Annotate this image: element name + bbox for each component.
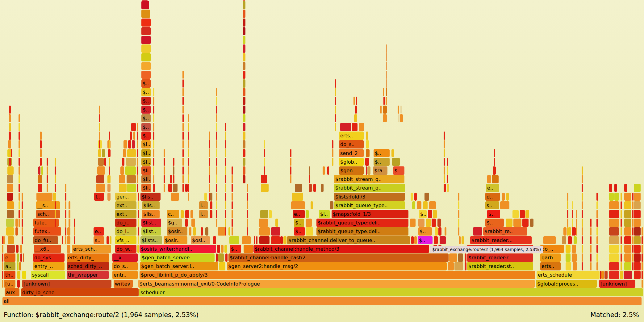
frame[interactable]: $.. bbox=[141, 123, 151, 131]
frame-sliver[interactable] bbox=[19, 158, 20, 166]
frame-sliver[interactable] bbox=[624, 227, 631, 236]
frame-sliver[interactable] bbox=[228, 227, 230, 236]
frame[interactable]: $l.. bbox=[319, 210, 330, 218]
frame-sliver[interactable] bbox=[9, 140, 11, 148]
frame-sliver[interactable] bbox=[582, 175, 583, 183]
frame-sliver[interactable] bbox=[153, 166, 154, 175]
frame-sliver[interactable] bbox=[574, 236, 577, 245]
frame[interactable]: $rabbit_stream_q.. bbox=[334, 175, 404, 183]
frame-sliver[interactable] bbox=[634, 236, 641, 245]
frame-sliver[interactable] bbox=[209, 175, 210, 183]
frame-sliver[interactable] bbox=[621, 210, 622, 218]
frame-sliver[interactable] bbox=[232, 210, 233, 218]
frame-sliver[interactable] bbox=[191, 219, 195, 227]
frame-sliver[interactable] bbox=[609, 245, 619, 253]
frame-sliver[interactable] bbox=[216, 123, 217, 131]
frame-sliver[interactable] bbox=[290, 149, 291, 157]
frame[interactable]: do_fu.. bbox=[33, 236, 58, 245]
frame-sliver[interactable] bbox=[624, 271, 632, 279]
frame-sliver[interactable] bbox=[55, 210, 56, 218]
frame-sliver[interactable] bbox=[182, 123, 184, 131]
frame[interactable]: $.. bbox=[485, 219, 504, 227]
frame-sliver[interactable] bbox=[596, 210, 598, 218]
frame-sliver[interactable] bbox=[204, 193, 207, 201]
frame[interactable]: entry_.. bbox=[33, 262, 65, 270]
frame[interactable]: $.. bbox=[393, 166, 404, 175]
frame[interactable]: $.. bbox=[141, 88, 151, 96]
frame[interactable]: gen.. bbox=[115, 193, 136, 201]
frame-sliver[interactable] bbox=[487, 175, 491, 183]
frame-sliver[interactable] bbox=[459, 236, 461, 245]
frame-sliver[interactable] bbox=[271, 227, 280, 236]
frame[interactable]: e.. bbox=[4, 253, 15, 262]
frame-sliver[interactable] bbox=[609, 271, 619, 279]
frame-sliver[interactable] bbox=[138, 219, 139, 227]
frame-sliver[interactable] bbox=[19, 149, 20, 157]
frame-sliver[interactable] bbox=[418, 219, 424, 227]
frame-sliver[interactable] bbox=[182, 106, 184, 114]
frame-sliver[interactable] bbox=[7, 245, 15, 253]
frame-sliver[interactable] bbox=[243, 71, 245, 79]
frame-sliver[interactable] bbox=[437, 219, 441, 227]
frame-sliver[interactable] bbox=[221, 245, 224, 253]
frame-sliver[interactable] bbox=[414, 236, 417, 245]
frame-sliver[interactable] bbox=[366, 149, 370, 157]
frame-sliver[interactable] bbox=[232, 219, 233, 227]
frame-sliver[interactable] bbox=[229, 236, 239, 245]
frame-sliver[interactable] bbox=[74, 219, 75, 227]
frame-sliver[interactable] bbox=[256, 236, 257, 245]
frame-sliver[interactable] bbox=[438, 227, 441, 236]
frame-sliver[interactable] bbox=[634, 184, 641, 192]
frame-sliver[interactable] bbox=[596, 201, 598, 210]
frame-sliver[interactable] bbox=[356, 97, 357, 105]
frame-sliver[interactable] bbox=[566, 245, 571, 253]
frame-sliver[interactable] bbox=[562, 236, 566, 245]
frame-sliver[interactable] bbox=[19, 123, 20, 131]
frame-sliver[interactable] bbox=[596, 219, 598, 227]
frame-sliver[interactable] bbox=[19, 219, 20, 227]
frame-sliver[interactable] bbox=[153, 97, 154, 105]
frame-sliver[interactable] bbox=[74, 236, 75, 245]
frame-sliver[interactable] bbox=[444, 166, 445, 175]
frame-sliver[interactable] bbox=[596, 193, 598, 201]
frame-sliver[interactable] bbox=[292, 193, 303, 201]
frame-sliver[interactable] bbox=[572, 245, 576, 253]
frame-sliver[interactable] bbox=[109, 149, 110, 157]
frame[interactable]: $rabbit_reader:st.. bbox=[467, 262, 533, 270]
frame-sliver[interactable] bbox=[332, 158, 333, 166]
frame-sliver[interactable] bbox=[8, 236, 14, 245]
frame-sliver[interactable] bbox=[506, 193, 509, 201]
frame-sliver[interactable] bbox=[55, 201, 56, 210]
frame-sliver[interactable] bbox=[576, 219, 577, 227]
frame-sliver[interactable] bbox=[23, 253, 24, 262]
frame-sliver[interactable] bbox=[120, 166, 124, 175]
frame-sliver[interactable] bbox=[182, 114, 184, 123]
frame-sliver[interactable] bbox=[22, 210, 23, 218]
frame[interactable]: thr_wrapper bbox=[67, 271, 109, 279]
frame-sliver[interactable] bbox=[321, 184, 324, 192]
frame-sliver[interactable] bbox=[15, 227, 18, 236]
frame-sliver[interactable] bbox=[127, 184, 136, 192]
frame-sliver[interactable] bbox=[295, 184, 302, 192]
frame-sliver[interactable] bbox=[225, 149, 226, 157]
frame-sliver[interactable] bbox=[225, 219, 226, 227]
frame-sliver[interactable] bbox=[275, 219, 278, 227]
frame-sliver[interactable] bbox=[621, 201, 622, 210]
frame-sliver[interactable] bbox=[185, 210, 189, 218]
frame[interactable]: $osiris_writer:handl.. bbox=[140, 245, 216, 253]
frame-sliver[interactable] bbox=[572, 227, 573, 236]
frame[interactable]: $.. bbox=[294, 219, 304, 227]
frame-sliver[interactable] bbox=[621, 219, 622, 227]
frame-sliver[interactable] bbox=[411, 193, 413, 201]
frame[interactable]: writev bbox=[114, 280, 133, 288]
frame-sliver[interactable] bbox=[572, 219, 573, 227]
frame-sliver[interactable] bbox=[247, 210, 248, 218]
frame-sliver[interactable] bbox=[36, 193, 52, 201]
frame-sliver[interactable] bbox=[22, 219, 23, 227]
frame-sliver[interactable] bbox=[225, 175, 226, 183]
frame-sliver[interactable] bbox=[40, 158, 42, 166]
frame-sliver[interactable] bbox=[335, 97, 336, 105]
frame-sliver[interactable] bbox=[9, 123, 11, 131]
frame-sliver[interactable] bbox=[99, 132, 100, 140]
frame-sliver[interactable] bbox=[210, 210, 212, 218]
